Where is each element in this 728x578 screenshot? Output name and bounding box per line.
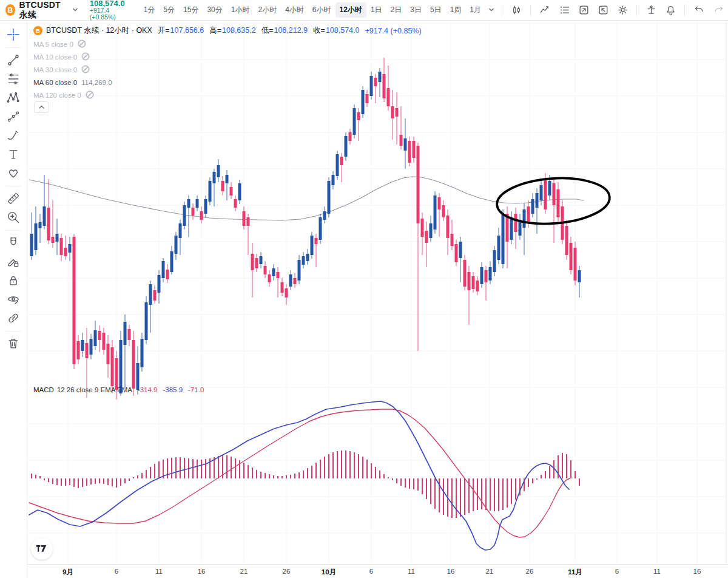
candle-body [39,222,42,228]
symbol-legend[interactable]: B BTCUSDT 永续 · 12小时 · OKX 开=107,656.6高=1… [33,25,422,36]
ma-row[interactable]: MA 60 close 0114,269.0 [33,76,112,89]
candle-body [357,112,360,120]
timeframe-2小时[interactable]: 2小时 [254,2,281,18]
object-tree-icon[interactable] [595,2,611,18]
candle-body [480,267,484,284]
visibility-off-icon[interactable] [81,52,90,62]
candle-body [272,268,275,276]
draw-lock-icon[interactable] [4,253,22,271]
lock-icon[interactable] [4,271,22,290]
candle-body [502,214,505,264]
indicator-templates-icon[interactable] [556,2,572,18]
candle-body [391,106,394,118]
candles-layer [30,58,581,399]
timeframe-5日[interactable]: 5日 [426,2,446,18]
link-icon[interactable] [4,309,22,327]
candle-body [111,347,114,386]
candle-body [536,193,539,208]
candle-body [468,272,471,290]
candle-body [353,108,356,135]
timeframe-6小时[interactable]: 6小时 [308,2,335,18]
zoom-in-icon[interactable] [4,208,22,226]
undo-icon[interactable] [691,2,707,18]
candle-body [574,248,577,280]
candle-body [247,217,250,226]
xabcd-pattern-icon[interactable] [4,89,22,107]
brush-icon[interactable] [4,126,22,144]
price-box: 108,574.0 +917.4 (+0.85%) [90,0,129,21]
visibility-off-icon[interactable] [81,65,90,75]
timeframe-1分[interactable]: 1分 [140,2,160,18]
ma-value: 114,269.0 [81,79,112,86]
collapse-legend-button[interactable] [34,101,49,113]
ma-label: MA 60 close 0 [33,79,77,86]
candle-body [30,234,33,256]
candle-body [56,234,59,242]
ma-row[interactable]: MA 30 close 0 [33,63,112,76]
toolbar-divider [636,4,637,16]
time-label: 16 [447,568,455,575]
macd-value: -71.0 [188,386,204,393]
ruler-icon[interactable] [4,189,22,208]
visibility-off-icon[interactable] [78,39,86,49]
timeframe-more-chevron-icon[interactable] [488,5,495,16]
timeframe-row: 1分5分15分30分1小时2小时4小时6小时12小时1日2日3日5日1周1月 [140,2,485,18]
ohlc-values: 开=107,656.6高=108,635.2低=106,212.9收=108,5… [152,25,360,36]
forecast-icon[interactable] [4,107,22,126]
time-axis[interactable]: 9月61116212610月61116212611月61116 [27,564,728,578]
candle-body [141,339,144,367]
macd-legend[interactable]: MACD 12 26 close 9 EMA EMA -314.9-385.9-… [33,386,204,393]
crosshair-icon[interactable] [4,25,22,44]
candle-body [306,254,309,261]
timeframe-1月[interactable]: 1月 [465,2,485,18]
trash-icon[interactable] [4,335,22,353]
symbol-button[interactable]: BTCUSDT 永续 [19,0,69,21]
time-label: 21 [240,568,248,575]
toolbar-divider [5,186,21,186]
redo-icon[interactable] [710,2,726,18]
timeframe-1周[interactable]: 1周 [446,2,466,18]
timeframe-15分[interactable]: 15分 [179,2,203,18]
emoji-icon[interactable] [4,164,22,182]
candle-body [328,181,331,214]
timeframe-12小时[interactable]: 12小时 [335,2,366,18]
text-icon[interactable] [4,145,22,163]
ma-row[interactable]: MA 120 close 0 [33,89,112,101]
drawing-toolbar [0,20,27,578]
timeframe-5分[interactable]: 5分 [159,2,179,18]
candle-body [578,270,581,282]
hide-drawings-icon[interactable] [4,290,22,308]
candle-body [81,340,84,351]
indicators-icon[interactable] [537,2,553,18]
macd-title: MACD [33,386,54,393]
magnet-icon[interactable] [4,234,22,252]
ma-row[interactable]: MA 5 close 0 [33,38,112,50]
candle-body [221,181,224,191]
tradingview-logo[interactable] [31,538,53,560]
candle-body [493,250,496,272]
ma-label: MA 5 close 0 [33,41,73,48]
candle-body [103,333,106,350]
timeframe-30分[interactable]: 30分 [203,2,226,18]
compare-icon[interactable] [643,2,659,18]
candle-body [268,274,271,282]
candle-body [238,183,241,200]
candles-style-icon[interactable] [508,2,524,18]
candle-body [166,270,169,279]
candle-body [497,236,500,260]
layout-template-icon[interactable] [576,2,592,18]
ma-row[interactable]: MA 10 close 0 [33,50,112,63]
alert-icon[interactable] [662,2,678,18]
timeframe-1日[interactable]: 1日 [366,2,386,18]
candle-body [345,136,348,157]
visibility-off-icon[interactable] [86,90,94,100]
timeframe-3日[interactable]: 3日 [406,2,426,18]
fib-retracement-icon[interactable] [4,70,22,88]
timeframe-1小时[interactable]: 1小时 [227,2,254,18]
chevron-down-icon[interactable] [72,5,79,16]
time-label: 21 [486,568,494,575]
timeframe-2日[interactable]: 2日 [386,2,406,18]
timeframe-4小时[interactable]: 4小时 [281,2,308,18]
trend-line-icon[interactable] [4,51,22,69]
settings-icon[interactable] [615,2,630,18]
